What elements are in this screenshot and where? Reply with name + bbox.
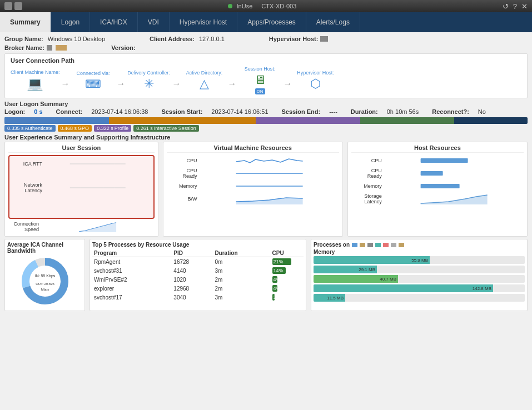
proc-program: WmiPrvSE#2	[92, 275, 172, 284]
host-cpu-label: CPU	[351, 158, 382, 163]
proc-pid: 3040	[172, 293, 213, 302]
col-cpu: CPU	[271, 249, 304, 257]
memory-header: Memory	[314, 249, 525, 255]
legend-dot-2	[360, 243, 365, 247]
proc-pid: 1020	[172, 275, 213, 284]
tab-icahdx[interactable]: ICA/HDX	[90, 12, 138, 32]
badge-interactive-value: 0.261 s	[136, 126, 153, 131]
vm-resources-col: Virtual Machine Resources CPU CPUReady	[163, 142, 343, 237]
path-item-connected: Connected via: ⌨	[71, 71, 116, 91]
table-row: RpmAgent 16728 0m 21%	[92, 257, 304, 267]
title-bar-buttons	[4, 2, 22, 10]
tab-vdi[interactable]: VDI	[138, 12, 170, 32]
help-icon[interactable]: ?	[513, 2, 517, 11]
host-resources-col: Host Resources CPU CPUReady Memory	[347, 142, 528, 237]
client-address-label: Client Address:	[150, 36, 195, 42]
tab-alerts[interactable]: Alerts/Logs	[306, 12, 360, 32]
ica-rtt-label: ICA RTT	[12, 161, 42, 167]
badge-profile-label: Profile	[115, 126, 129, 131]
ica-rtt-box: ICA RTT NetworkLatency	[8, 155, 155, 219]
vm-bw-row: B/W	[167, 193, 339, 204]
svg-marker-0	[79, 223, 116, 232]
session-end-label: Session End:	[282, 108, 321, 115]
ux-section: User Session ICA RTT NetworkLatency	[4, 142, 528, 237]
mem-bar-fill: 142.8 MB	[314, 284, 493, 292]
connection-path-title: User Connection Path	[11, 57, 521, 64]
mem-bar-row: 142.8 MB	[314, 284, 525, 292]
group-name-label: Group Name:	[4, 36, 43, 42]
user-connection-path: User Connection Path Client Machine Name…	[4, 53, 528, 98]
table-row: svchost#17 3040 3m 1%	[92, 293, 304, 302]
session-icon: 🖥	[254, 73, 266, 87]
close-icon[interactable]: ✕	[521, 2, 528, 11]
proc-program: svchost#17	[92, 293, 172, 302]
vm-cpu-row: CPU	[167, 155, 339, 166]
arrow-5: →	[284, 72, 292, 89]
connect-label: Connect:	[56, 108, 83, 115]
title-bar: InUse CTX-XD-003 ↺ ? ✕	[0, 0, 532, 12]
network-latency-chart	[44, 182, 151, 193]
tab-apps[interactable]: Apps/Processes	[237, 12, 306, 32]
proc-pid: 16728	[172, 257, 213, 267]
donut-out-label: OUT: 29.696	[36, 282, 54, 286]
reconnect-label: Reconnect?:	[432, 108, 469, 115]
proc-duration: 2m	[213, 275, 270, 284]
badge-profile: 0.322 s Profile	[94, 125, 131, 132]
arrow-2: →	[117, 72, 126, 89]
proc-table: Program PID Duration CPU RpmAgent 16728 …	[92, 249, 304, 302]
badge-gpo-value: 0.468 s	[61, 126, 77, 131]
svg-rect-4	[420, 184, 459, 188]
hypervisor-icon	[320, 36, 328, 42]
tab-hypervisor[interactable]: Hypervisor Host	[170, 12, 237, 32]
path-item-ad: Active Directory: △	[182, 70, 227, 91]
vm-memory-row: Memory	[167, 181, 339, 192]
badge-gpo-label: GPO	[78, 126, 89, 131]
proc-cpu-bar: 1%	[272, 294, 275, 301]
bottom-section: Average ICA Channel Bandwidth IN: 55 Kbp…	[4, 239, 528, 311]
mem-bar-fill: 40.7 MB	[314, 275, 398, 283]
memory-col: Processes on Memory 55.9 MB 29.1 MB 40.7…	[311, 239, 528, 311]
host-storage-label: StorageLatency	[351, 193, 382, 204]
mem-bar-row: 11.5 MB	[314, 294, 525, 302]
logon-row: Logon: 0 s Connect: 2023-07-14 16:06:38 …	[4, 108, 528, 115]
session-id: CTX-XD-003	[261, 3, 296, 9]
delivery-icon: ✳	[144, 77, 154, 91]
status-dot	[228, 4, 232, 8]
hypervisor-host-label: Hypervisor Host:	[269, 36, 319, 42]
badge-authenticate-value: 0.335 s	[7, 126, 24, 131]
badge-authenticate-label: Authenticate	[25, 126, 53, 131]
tb-btn-1	[4, 2, 12, 10]
vm-cpu-ready-label: CPUReady	[167, 168, 197, 179]
badge-interactive: 0.261 s Interactive Session	[133, 125, 199, 132]
tab-logon[interactable]: Logon	[51, 12, 90, 32]
network-latency-row: NetworkLatency	[12, 182, 151, 193]
arrow-4: →	[228, 72, 237, 89]
path-label-delivery: Delivery Controller:	[127, 70, 170, 76]
vm-resources-title: Virtual Machine Resources	[167, 144, 339, 153]
bandwidth-col: Average ICA Channel Bandwidth IN: 55 Kbp…	[4, 239, 85, 311]
mem-bar-wrap: 11.5 MB	[314, 294, 525, 302]
proc-cpu-bar: 21%	[272, 258, 292, 265]
proc-cpu: 4%	[271, 284, 304, 293]
proc-cpu-bar: 14%	[272, 267, 286, 274]
mem-bar-wrap: 142.8 MB	[314, 284, 525, 292]
table-row: svchost#31 4140 3m 14%	[92, 266, 304, 275]
broker-icon2	[56, 45, 67, 51]
ica-rtt-chart	[44, 158, 151, 169]
session-end-value: ----	[329, 108, 337, 115]
hypervisor-path-icon: ⬡	[310, 77, 321, 91]
processes-title: Top 5 Processes by Resource Usage	[92, 242, 304, 248]
mem-bar-row: 40.7 MB	[314, 275, 525, 283]
path-label-client: Client Machine Name:	[11, 69, 60, 75]
refresh-icon[interactable]: ↺	[503, 2, 509, 11]
col-duration: Duration	[213, 249, 270, 257]
segment-profile	[256, 117, 360, 124]
broker-name-label: Broker Name:	[4, 44, 44, 51]
duration-value: 0h 10m 56s	[387, 108, 419, 115]
host-storage-row: StorageLatency	[351, 193, 524, 204]
tab-summary[interactable]: Summary	[0, 12, 51, 32]
host-cpu-chart	[384, 155, 524, 166]
tab-bar: Summary Logon ICA/HDX VDI Hypervisor Hos…	[0, 12, 532, 32]
logon-summary-section: User Logon Summary Logon: 0 s Connect: 2…	[4, 101, 528, 115]
host-cpu-ready-row: CPUReady	[351, 168, 524, 179]
